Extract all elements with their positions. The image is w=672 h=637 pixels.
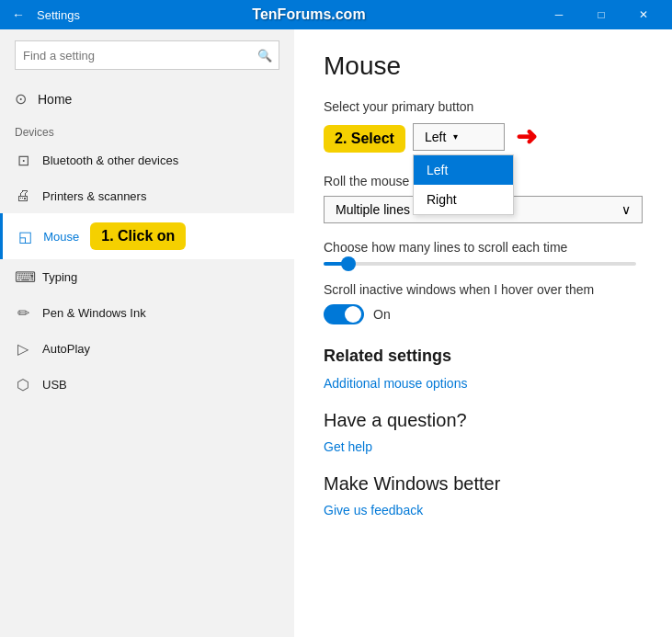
sidebar-item-bluetooth-label: Bluetooth & other devices: [42, 154, 178, 167]
give-feedback-link[interactable]: Give us feedback: [324, 503, 423, 518]
lines-slider-wrapper: [324, 262, 636, 266]
sidebar-item-usb-label: USB: [42, 378, 67, 392]
minimize-button[interactable]: ─: [538, 0, 580, 29]
main-content: Mouse Select your primary button 2. Sele…: [294, 29, 672, 637]
printer-icon: 🖨: [15, 188, 31, 204]
search-input[interactable]: [15, 40, 279, 70]
arrow-annotation: ➜: [516, 121, 537, 152]
page-title: Mouse: [324, 51, 643, 81]
toggle-thumb: [345, 306, 361, 323]
slider-thumb[interactable]: [341, 256, 356, 271]
primary-button-label: Select your primary button: [324, 99, 643, 114]
usb-icon: ⬡: [15, 376, 31, 393]
typing-icon: ⌨: [15, 268, 31, 286]
close-button[interactable]: ✕: [622, 0, 665, 29]
sidebar-item-typing-label: Typing: [42, 270, 77, 284]
have-question: Have a question? Get help: [324, 410, 643, 455]
inactive-section: Scroll inactive windows when I hover ove…: [324, 282, 643, 324]
sidebar-item-printers-label: Printers & scanners: [42, 189, 146, 203]
pen-icon: ✏: [15, 304, 31, 322]
sidebar-item-mouse-label: Mouse: [43, 230, 79, 244]
search-area: 🔍: [15, 40, 279, 70]
sidebar-section-devices: Devices: [0, 117, 294, 142]
primary-button-area: Left ▾ ➜ Left Right: [413, 121, 537, 155]
window-controls: ─ □ ✕: [538, 0, 665, 29]
dropdown-current-value: Left: [425, 130, 446, 144]
callout-click: 1. Click on: [90, 222, 186, 250]
sidebar-item-autoplay-label: AutoPlay: [42, 342, 90, 356]
home-icon: ⊙: [15, 90, 27, 108]
sidebar-item-home[interactable]: ⊙ Home: [0, 81, 294, 117]
related-settings: Related settings Additional mouse option…: [324, 347, 643, 392]
additional-mouse-options-link[interactable]: Additional mouse options: [324, 376, 467, 391]
sidebar: 🔍 ⊙ Home Devices ⊡ Bluetooth & other dev…: [0, 29, 294, 637]
inactive-toggle[interactable]: [324, 304, 364, 324]
dropdown-option-left[interactable]: Left: [414, 155, 513, 185]
toggle-state-label: On: [373, 307, 391, 322]
lines-section: Choose how many lines to scroll each tim…: [324, 240, 643, 266]
sidebar-item-autoplay[interactable]: ▷ AutoPlay: [0, 331, 294, 367]
sidebar-item-usb[interactable]: ⬡ USB: [0, 367, 294, 403]
inactive-label: Scroll inactive windows when I hover ove…: [324, 282, 643, 297]
get-help-link[interactable]: Get help: [324, 439, 372, 454]
dropdown-popup: Left Right: [413, 154, 514, 215]
mouse-icon: ◱: [17, 228, 32, 245]
related-settings-title: Related settings: [324, 347, 643, 366]
sidebar-item-pen-label: Pen & Windows Ink: [42, 306, 146, 320]
titlebar: ← Settings TenForums.com ─ □ ✕: [0, 0, 672, 29]
search-icon: 🔍: [257, 49, 272, 63]
autoplay-icon: ▷: [15, 340, 31, 358]
sidebar-item-typing[interactable]: ⌨ Typing: [0, 259, 294, 295]
watermark: TenForums.com: [80, 6, 538, 23]
red-arrow-icon: ➜: [516, 121, 537, 152]
sidebar-item-bluetooth[interactable]: ⊡ Bluetooth & other devices: [0, 142, 294, 178]
sidebar-item-printers[interactable]: 🖨 Printers & scanners: [0, 178, 294, 213]
primary-button-dropdown[interactable]: Left ▾: [413, 123, 505, 151]
bluetooth-icon: ⊡: [15, 152, 31, 169]
make-windows-better: Make Windows better Give us feedback: [324, 473, 643, 518]
back-button[interactable]: ←: [7, 4, 29, 26]
make-better-title: Make Windows better: [324, 473, 643, 495]
have-question-title: Have a question?: [324, 410, 643, 431]
app-title: Settings: [37, 8, 80, 22]
slider-track: [324, 262, 636, 266]
restore-button[interactable]: □: [580, 0, 622, 29]
sidebar-item-mouse[interactable]: ◱ Mouse 1. Click on: [0, 213, 294, 259]
dropdown-option-right[interactable]: Right: [414, 185, 513, 214]
dropdown-arrow-icon: ▾: [453, 131, 458, 142]
lines-label: Choose how many lines to scroll each tim…: [324, 240, 643, 255]
sidebar-item-pen[interactable]: ✏ Pen & Windows Ink: [0, 295, 294, 331]
sidebar-home-label: Home: [38, 92, 72, 107]
toggle-row: On: [324, 304, 643, 324]
scroll-arrow-icon: ∨: [621, 202, 631, 217]
callout-select: 2. Select: [324, 125, 405, 153]
